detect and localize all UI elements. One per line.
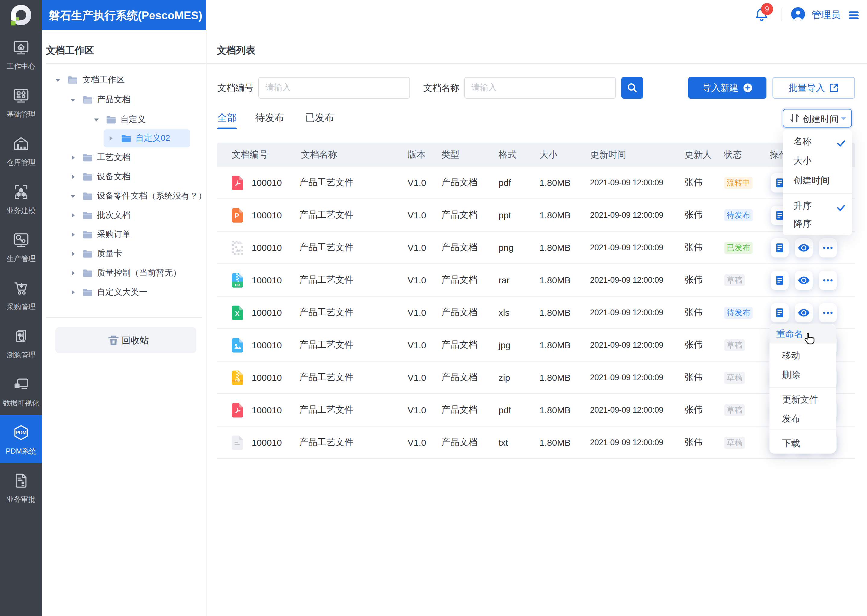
svg-text:P: P <box>235 212 239 220</box>
svg-text:rar: rar <box>235 282 240 287</box>
svg-text:zip: zip <box>235 378 240 382</box>
svg-text:X: X <box>235 310 240 317</box>
svg-text:PDM: PDM <box>16 430 27 435</box>
